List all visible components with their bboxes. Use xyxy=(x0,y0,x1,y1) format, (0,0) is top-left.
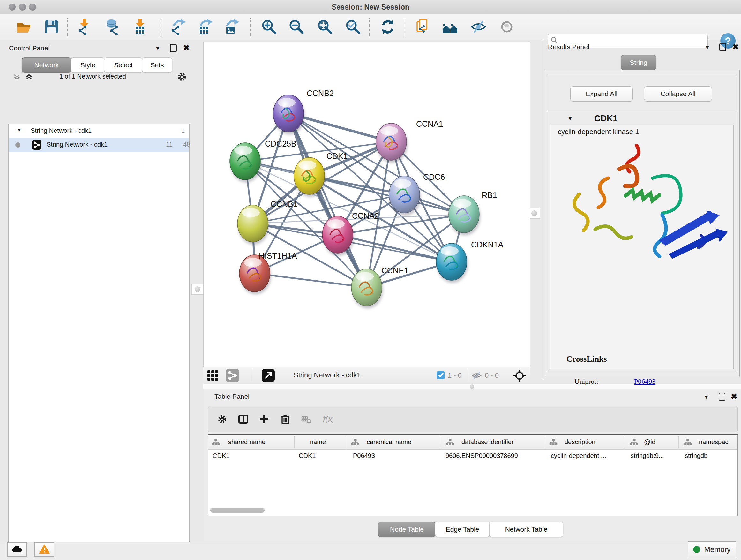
results-panel-float-icon[interactable] xyxy=(719,43,726,51)
column-header[interactable]: @id xyxy=(644,438,656,446)
column-type-icon xyxy=(351,438,359,447)
toolbar-separator xyxy=(250,18,251,38)
selected-checkbox-icon[interactable] xyxy=(436,371,445,381)
gene-collapse-icon[interactable]: ▼ xyxy=(567,115,573,122)
node-label-CCNA1: CCNA1 xyxy=(416,119,443,128)
table-cell[interactable]: 9606.ENSP00000378699 xyxy=(446,452,518,459)
tab-sets[interactable]: Sets xyxy=(142,57,172,73)
table-cell[interactable]: stringdb xyxy=(685,452,708,459)
first-neighbors-button[interactable] xyxy=(441,17,459,37)
node-label-HIST1H1A: HIST1H1A xyxy=(259,251,297,260)
table-panel-float-icon[interactable] xyxy=(719,393,725,401)
table-horizontal-scrollbar[interactable] xyxy=(210,508,265,513)
apply-preferred-layout-button[interactable] xyxy=(379,17,397,37)
show-columns-icon xyxy=(238,414,249,424)
column-header[interactable]: namespac xyxy=(699,438,728,446)
main-toolbar: ? xyxy=(0,14,741,40)
table-panel-menu-icon[interactable]: ▼ xyxy=(704,394,709,400)
column-header[interactable]: database identifier xyxy=(461,438,514,446)
first-neighbors-icon xyxy=(443,23,457,33)
create-column-button[interactable] xyxy=(259,414,270,426)
network-row-selected[interactable]: String Network - cdk1 11 48 xyxy=(9,138,189,152)
delete-column-button[interactable] xyxy=(280,414,291,426)
string-network-icon xyxy=(32,140,42,150)
zoom-selected-button[interactable] xyxy=(344,17,362,37)
tab-edge-table[interactable]: Edge Table xyxy=(435,522,490,537)
save-session-button[interactable] xyxy=(43,17,60,37)
tab-string[interactable]: String xyxy=(621,55,657,70)
control-panel-float-icon[interactable] xyxy=(170,44,177,52)
network-collection-row[interactable]: ▼ String Network - cdk1 1 xyxy=(9,125,189,138)
table-cell[interactable]: stringdb:9... xyxy=(630,452,664,459)
warning-button[interactable] xyxy=(35,543,54,557)
export-image-button[interactable] xyxy=(222,17,240,37)
tab-select[interactable]: Select xyxy=(104,57,143,73)
table-cell[interactable]: CDK1 xyxy=(212,452,229,459)
network-share-icon[interactable] xyxy=(226,369,239,383)
column-header[interactable]: name xyxy=(310,438,326,446)
collection-name: String Network - cdk1 xyxy=(30,127,91,134)
table-options-button[interactable] xyxy=(217,414,227,426)
column-header[interactable]: canonical name xyxy=(367,438,411,446)
zoom-in-button[interactable] xyxy=(260,17,278,37)
crosslink-link[interactable]: P06493 xyxy=(634,377,656,386)
results-panel-close-icon[interactable]: ✖ xyxy=(732,44,739,50)
expand-all-networks-icon[interactable] xyxy=(25,73,33,82)
left-splitter-handle[interactable] xyxy=(192,284,204,295)
network-node-count: 11 xyxy=(166,141,173,148)
zoom-out-button[interactable] xyxy=(287,17,306,37)
import-network-file-button[interactable] xyxy=(75,17,93,37)
tab-network[interactable]: Network xyxy=(22,57,71,73)
results-panel-menu-icon[interactable]: ▼ xyxy=(704,44,710,51)
network-options-gear-icon[interactable] xyxy=(177,72,187,83)
tab-network-table[interactable]: Network Table xyxy=(489,522,563,537)
create-column-icon xyxy=(259,414,270,424)
birds-eye-view-button[interactable] xyxy=(498,17,516,37)
table-row[interactable]: CDK1CDK1P064939606.ENSP00000378699cyclin… xyxy=(208,449,737,463)
network-view-canvas[interactable]: CCNB2 CCNA1 CDC25B CDK1 CDC6 RB1 CCNB1 xyxy=(203,42,530,367)
column-header[interactable]: description xyxy=(564,438,596,446)
toolbar-separator xyxy=(369,18,370,38)
memory-button[interactable]: Memory xyxy=(688,542,736,557)
horizontal-splitter[interactable] xyxy=(203,384,741,389)
import-table-file-button[interactable] xyxy=(131,17,149,37)
table-panel-close-icon[interactable]: ✖ xyxy=(731,393,737,400)
network-name: String Network - cdk1 xyxy=(47,141,108,148)
tab-style[interactable]: Style xyxy=(71,57,105,73)
tab-node-table[interactable]: Node Table xyxy=(378,522,435,537)
birdseye-crosshair-icon[interactable] xyxy=(514,370,526,383)
function-builder-button[interactable]: f(x) xyxy=(322,414,333,426)
open-session-button[interactable] xyxy=(15,17,32,37)
column-header[interactable]: shared name xyxy=(228,438,266,446)
node-CCNA2: CCNA2 xyxy=(322,211,379,256)
zoom-fit-content-button[interactable] xyxy=(316,17,334,37)
network-list-header: 1 of 1 Network selected xyxy=(8,71,189,84)
expand-all-button[interactable]: Expand All xyxy=(570,86,633,102)
grid-mode-icon[interactable] xyxy=(207,370,219,382)
network-selected-count: 1 of 1 Network selected xyxy=(59,73,126,80)
table-toolbar: f(x) xyxy=(208,406,738,432)
toolbar-separator xyxy=(160,18,161,38)
node-CDK1: CDK1 xyxy=(294,152,348,197)
network-edge-count: 48 xyxy=(183,141,190,148)
import-network-database-button[interactable] xyxy=(103,17,121,37)
table-cell[interactable]: cyclin-dependent ... xyxy=(551,452,606,459)
collapse-all-networks-icon[interactable] xyxy=(13,73,21,82)
collapse-all-button[interactable]: Collapse All xyxy=(644,86,712,102)
show-columns-button[interactable] xyxy=(238,414,249,426)
collection-expand-icon[interactable]: ▼ xyxy=(17,127,22,133)
network-from-selection-button[interactable] xyxy=(414,17,432,37)
cloud-button[interactable] xyxy=(7,543,27,557)
table-cell[interactable]: P06493 xyxy=(353,452,375,459)
open-in-window-icon[interactable] xyxy=(262,369,275,383)
export-table-button[interactable] xyxy=(195,17,213,37)
table-cell[interactable]: CDK1 xyxy=(299,452,316,459)
show-graphics-details-button[interactable] xyxy=(469,17,487,37)
control-panel-close-icon[interactable]: ✖ xyxy=(183,45,190,51)
control-panel-menu-icon[interactable]: ▼ xyxy=(155,45,160,52)
crosslinks-heading: CrossLinks xyxy=(566,354,607,364)
node-CCNA1: CCNA1 xyxy=(376,119,443,163)
delete-table-button[interactable] xyxy=(301,414,312,426)
export-network-button[interactable] xyxy=(169,17,186,37)
save-session-icon xyxy=(45,20,58,33)
